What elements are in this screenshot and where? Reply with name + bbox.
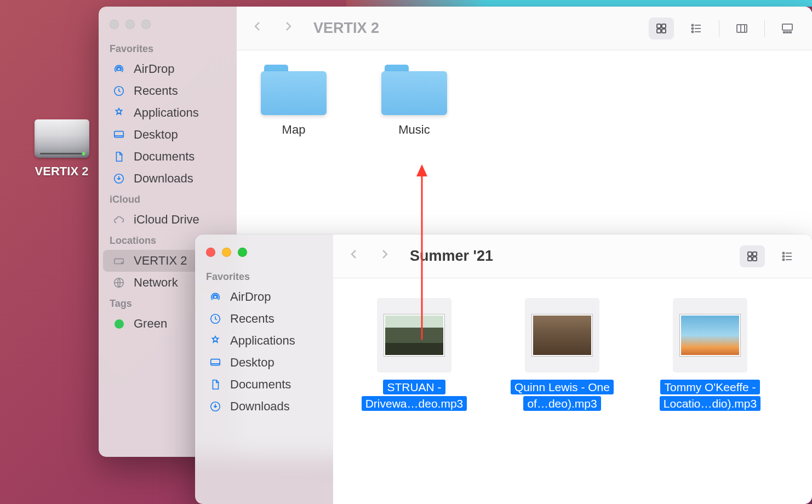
globe-icon (112, 276, 126, 290)
sidebar-section-favorites: Favorites (99, 39, 237, 58)
downloads-icon (208, 399, 222, 414)
sidebar-item-recents[interactable]: Recents (199, 308, 329, 330)
sidebar-label: Desktop (230, 356, 275, 370)
clock-icon (208, 312, 222, 326)
file-thumbnail (673, 298, 747, 373)
nav-forward-button[interactable] (279, 16, 297, 40)
svg-rect-17 (787, 32, 788, 33)
sidebar-section-icloud: iCloud (99, 190, 237, 209)
sidebar-label: iCloud Drive (134, 213, 199, 227)
files-pane[interactable]: STRUAN - Drivewa…deo.mp3 Quinn Lewis - O… (333, 278, 812, 504)
external-disk-icon (112, 254, 126, 268)
tag-green-icon (112, 317, 126, 331)
maximize-button[interactable] (238, 248, 247, 257)
view-icons-button[interactable] (649, 18, 674, 39)
desktop-icon (208, 356, 222, 370)
sidebar-item-downloads[interactable]: Downloads (199, 396, 329, 417)
svg-rect-10 (662, 29, 666, 33)
sidebar-item-applications[interactable]: Applications (103, 102, 232, 124)
sidebar-item-documents[interactable]: Documents (199, 374, 329, 396)
file-label-selected: Tommy O'Keeffe - Locatio…dio).mp3 (655, 379, 765, 413)
file-label-selected: Quinn Lewis - One of…deo).mp3 (507, 379, 617, 413)
folder-music[interactable]: Music (376, 65, 453, 137)
sidebar-label: Downloads (134, 171, 193, 186)
file-tommy-okeeffe[interactable]: Tommy O'Keeffe - Locatio…dio).mp3 (655, 298, 765, 413)
sidebar-item-downloads[interactable]: Downloads (103, 168, 232, 190)
traffic-lights (99, 18, 237, 39)
svg-point-27 (783, 252, 785, 254)
sidebar-item-icloud-drive[interactable]: iCloud Drive (103, 209, 232, 231)
sidebar-item-applications[interactable]: Applications (199, 330, 329, 352)
svg-rect-7 (657, 24, 661, 28)
sidebar-label: AirDrop (134, 62, 175, 76)
desktop-icon (112, 128, 126, 142)
svg-rect-2 (115, 131, 124, 138)
sidebar-item-airdrop[interactable]: AirDrop (103, 58, 232, 80)
sidebar-label: Recents (230, 312, 275, 326)
folder-icon (261, 65, 327, 115)
clock-icon (112, 84, 126, 98)
folder-label: Map (282, 123, 306, 137)
svg-rect-8 (662, 24, 666, 28)
minimize-button[interactable] (125, 20, 135, 29)
separator (719, 20, 719, 37)
nav-back-button[interactable] (345, 244, 363, 268)
sidebar-label: Downloads (230, 399, 290, 414)
maximize-button[interactable] (141, 20, 151, 29)
sidebar-item-documents[interactable]: Documents (103, 146, 232, 168)
window-title: Summer '21 (410, 248, 493, 265)
sidebar-item-desktop[interactable]: Desktop (103, 124, 232, 146)
sidebar-label: Green (134, 317, 167, 331)
sidebar-label: Documents (230, 377, 291, 392)
nav-forward-button[interactable] (376, 244, 393, 268)
sidebar-label: VERTIX 2 (134, 254, 187, 268)
svg-rect-14 (737, 25, 747, 32)
view-columns-button[interactable] (729, 18, 754, 39)
separator (764, 20, 765, 37)
sidebar-item-airdrop[interactable]: AirDrop (199, 286, 329, 308)
cloud-icon (112, 213, 126, 227)
desktop-drive-vertix2[interactable]: VERTIX 2 (33, 119, 90, 179)
folder-label: Music (398, 123, 430, 137)
svg-rect-16 (784, 32, 785, 33)
svg-point-0 (117, 67, 121, 71)
file-thumbnail (525, 298, 599, 373)
svg-point-13 (692, 31, 694, 32)
file-quinn-lewis[interactable]: Quinn Lewis - One of…deo).mp3 (507, 298, 617, 413)
sidebar-item-recents[interactable]: Recents (103, 80, 232, 102)
documents-icon (208, 377, 222, 392)
svg-point-12 (692, 27, 694, 29)
sidebar-item-desktop[interactable]: Desktop (199, 352, 329, 374)
nav-back-button[interactable] (249, 16, 266, 40)
sidebar-label: Applications (230, 334, 295, 348)
svg-rect-23 (748, 252, 752, 256)
svg-rect-26 (753, 257, 757, 261)
view-gallery-button[interactable] (775, 18, 800, 39)
airdrop-icon (208, 290, 222, 304)
svg-rect-15 (782, 24, 792, 30)
folder-map[interactable]: Map (255, 65, 332, 137)
close-button[interactable] (206, 248, 215, 257)
drive-label: VERTIX 2 (33, 164, 90, 179)
close-button[interactable] (110, 20, 119, 29)
finder-window-summer21[interactable]: Favorites AirDrop Recents Applications D… (195, 234, 812, 504)
svg-rect-21 (211, 359, 220, 365)
file-struan-driveway[interactable]: STRUAN - Drivewa…deo.mp3 (359, 298, 469, 413)
view-list-button[interactable] (775, 245, 800, 267)
sidebar-label: Recents (134, 84, 178, 98)
minimize-button[interactable] (222, 248, 231, 257)
applications-icon (112, 106, 126, 120)
view-icons-button[interactable] (740, 245, 765, 267)
svg-point-19 (214, 295, 217, 299)
traffic-lights (195, 245, 333, 267)
toolbar: VERTIX 2 (237, 7, 812, 50)
applications-icon (208, 334, 222, 348)
view-list-button[interactable] (684, 18, 709, 39)
file-thumbnail (377, 298, 451, 373)
sidebar-label: Desktop (134, 128, 178, 142)
sidebar-label: AirDrop (230, 290, 271, 304)
svg-point-11 (692, 24, 694, 26)
svg-rect-18 (790, 32, 791, 33)
sidebar-section-favorites: Favorites (195, 267, 333, 286)
external-drive-icon (35, 119, 89, 158)
